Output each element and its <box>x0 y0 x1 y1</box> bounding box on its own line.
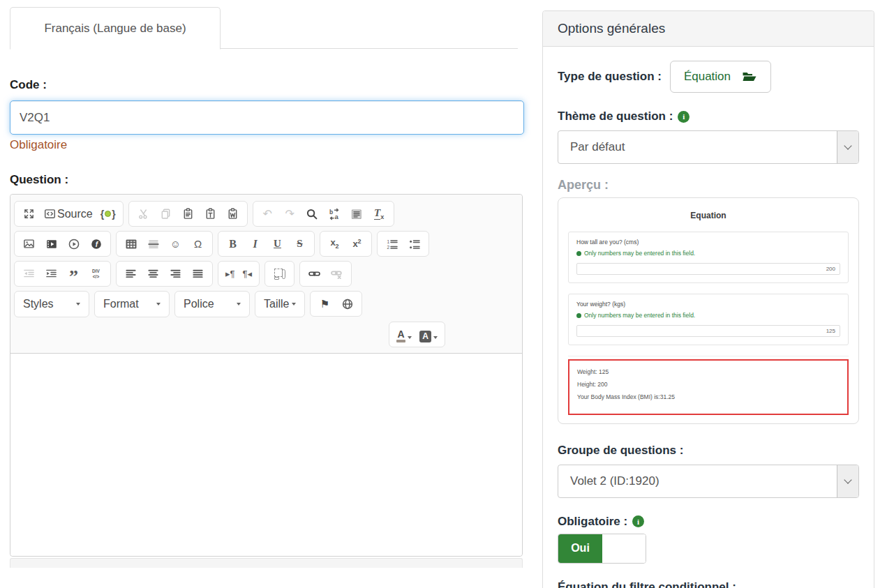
editor-content-area[interactable] <box>10 354 522 556</box>
media-play-button[interactable] <box>66 236 81 252</box>
superscript-button[interactable]: x2 <box>350 236 364 252</box>
toolbar-group-editing: ↶ ↷ ba Tx <box>253 201 394 227</box>
globe-button[interactable] <box>340 296 355 312</box>
language-tabbar: Français (Langue de base) <box>10 7 518 49</box>
preview-answer-input: 200 <box>576 263 840 275</box>
indent-button[interactable] <box>44 266 59 282</box>
language-icon <box>274 269 285 280</box>
flash-button[interactable]: f <box>89 236 103 252</box>
tab-language-french[interactable]: Français (Langue de base) <box>10 7 221 50</box>
anchor-flag-icon: ⚑ <box>320 299 329 309</box>
align-left-button[interactable] <box>124 266 138 282</box>
horizontal-rule-button[interactable] <box>146 236 161 252</box>
question-theme-select[interactable]: Par défaut <box>558 130 859 164</box>
rtl-button[interactable]: ¶◂ <box>243 266 253 282</box>
background-color-icon: A <box>419 331 431 342</box>
paste-button[interactable] <box>181 206 195 222</box>
replace-icon: ba <box>328 208 341 220</box>
mandatory-toggle[interactable]: Oui <box>558 534 646 564</box>
folder-open-icon <box>742 70 757 83</box>
mandatory-label-row: Obligatoire : i <box>558 515 859 529</box>
select-all-button[interactable] <box>350 206 364 222</box>
flash-video-button[interactable] <box>44 236 59 252</box>
smiley-button[interactable]: ☺ <box>168 236 183 252</box>
question-type-label: Type de question : <box>558 70 662 84</box>
underline-button[interactable]: U <box>270 236 285 252</box>
styles-dropdown[interactable]: Styles <box>14 291 89 317</box>
preview-result-wrap: Weight: 125 Height: 200 Your Body Mass I… <box>568 356 849 415</box>
toolbar-group-paragraph: ” DIV</> <box>14 261 111 287</box>
font-dropdown[interactable]: Police <box>174 291 250 317</box>
replace-button[interactable]: ba <box>327 206 342 222</box>
italic-button[interactable]: I <box>248 236 262 252</box>
image-button[interactable] <box>22 236 36 252</box>
question-type-button[interactable]: Équation <box>670 61 771 93</box>
paste-as-text-button[interactable] <box>203 206 218 222</box>
find-button[interactable] <box>305 206 320 222</box>
source-icon <box>44 208 56 220</box>
bullet-list-icon <box>408 238 421 250</box>
background-color-button[interactable]: A <box>419 327 438 342</box>
special-char-button[interactable]: Ω <box>191 236 205 252</box>
info-icon[interactable]: i <box>678 111 690 123</box>
code-input[interactable] <box>10 100 524 135</box>
size-dropdown[interactable]: Taille <box>255 291 305 317</box>
result-line: Height: 200 <box>577 379 840 391</box>
paste-from-word-button[interactable] <box>225 206 240 222</box>
copy-icon <box>160 208 172 220</box>
question-theme-label: Thème de question : <box>558 110 673 123</box>
source-button-label: Source <box>57 208 93 220</box>
rtl-icon: ¶◂ <box>243 269 253 278</box>
select-all-icon <box>350 208 363 220</box>
toolbar-group-bidi: ▸¶ ¶◂ <box>218 261 260 287</box>
info-icon[interactable]: i <box>632 515 644 527</box>
outdent-icon <box>23 268 35 280</box>
general-options-panel: Options générales Type de question : Équ… <box>542 10 874 588</box>
preview-title: Equation <box>568 211 849 220</box>
strikethrough-button[interactable]: S <box>292 236 307 252</box>
bullet-list-button[interactable] <box>407 236 422 252</box>
editor-bottom-bar <box>10 558 523 568</box>
image-icon <box>23 238 35 250</box>
subscript-button[interactable]: x2 <box>327 236 342 252</box>
table-button[interactable] <box>124 236 138 252</box>
toolbar-group-basicstyles: B I U S <box>218 231 315 257</box>
text-color-button[interactable]: A <box>396 327 412 342</box>
indent-icon <box>45 268 57 280</box>
copy-button <box>158 206 173 222</box>
div-container-button[interactable]: DIV</> <box>89 266 103 282</box>
align-center-button[interactable] <box>146 266 161 282</box>
link-icon <box>308 268 321 280</box>
maximize-button[interactable] <box>22 206 36 222</box>
bold-button[interactable]: B <box>225 236 240 252</box>
remove-format-button[interactable]: Tx <box>372 206 387 222</box>
caret-down-icon <box>408 336 412 339</box>
question-type-value: Équation <box>684 70 731 84</box>
question-group-label: Groupe de questions : <box>558 444 859 458</box>
cut-button <box>136 206 151 222</box>
justify-button[interactable] <box>191 266 205 282</box>
panel-body: Type de question : Équation Thème de que… <box>543 47 874 588</box>
link-button[interactable] <box>307 266 322 282</box>
question-group-select[interactable]: Volet 2 (ID:1920) <box>558 465 859 498</box>
ltr-button[interactable]: ▸¶ <box>225 266 235 282</box>
align-right-button[interactable] <box>168 266 183 282</box>
svg-text:a: a <box>335 213 339 220</box>
svg-text:1: 1 <box>387 239 389 243</box>
anchor-button[interactable]: ⚑ <box>318 296 332 312</box>
media-play-icon <box>68 238 80 250</box>
tip-info-icon <box>576 313 581 318</box>
numbered-list-icon: 12 <box>386 238 398 250</box>
result-line: Weight: 125 <box>577 366 840 379</box>
language-button[interactable] <box>272 266 287 282</box>
question-theme-value: Par défaut <box>558 131 837 163</box>
underline-icon: U <box>274 238 281 250</box>
toolbar-group-language <box>264 261 295 287</box>
format-dropdown[interactable]: Format <box>94 291 170 317</box>
subscript-icon: x2 <box>330 238 338 250</box>
limereplacement-fields-button[interactable]: {} <box>100 206 116 222</box>
numbered-list-button[interactable]: 12 <box>385 236 399 252</box>
blockquote-button[interactable]: ” <box>66 266 81 282</box>
source-button[interactable]: Source <box>44 206 93 222</box>
align-right-icon <box>170 268 181 280</box>
